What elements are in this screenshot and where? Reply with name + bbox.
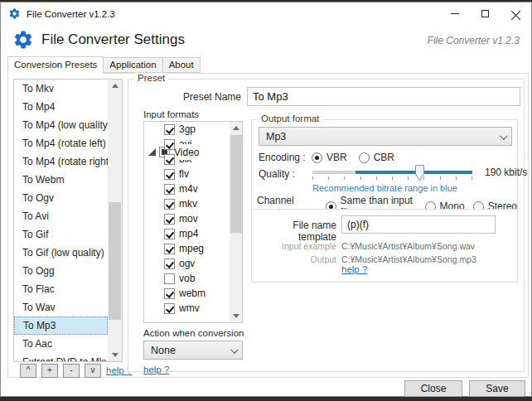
- file-name-template-box: File name template Input example C:¥Musi…: [251, 209, 518, 283]
- preset-item[interactable]: To Avi: [14, 207, 108, 225]
- action-dropdown[interactable]: None: [143, 341, 243, 360]
- scroll-up-icon[interactable]: [230, 122, 242, 134]
- format-name: flv: [179, 168, 189, 180]
- desktop-background: File Converter v1.2.3 File Converter Set…: [0, 0, 532, 401]
- checkbox-icon[interactable]: [164, 139, 175, 150]
- maximize-icon: [481, 10, 489, 17]
- checkbox-icon[interactable]: [164, 258, 175, 269]
- output-format-value: Mp3: [266, 131, 286, 143]
- preset-item[interactable]: To Mp4 (rotate left): [14, 134, 108, 152]
- radio-vbr[interactable]: VBR: [312, 152, 347, 163]
- preset-item[interactable]: To Ogg: [14, 262, 108, 280]
- checkbox-icon[interactable]: [164, 214, 175, 225]
- format-row[interactable]: wmv: [144, 301, 230, 316]
- close-button[interactable]: Close: [404, 380, 462, 397]
- format-row[interactable]: mov: [144, 211, 230, 226]
- title-bar[interactable]: File Converter v1.2.3: [1, 2, 531, 25]
- preset-item[interactable]: To Gif: [14, 225, 108, 244]
- save-button[interactable]: Save: [469, 380, 525, 397]
- slider-thumb[interactable]: [415, 165, 424, 181]
- checkbox-icon[interactable]: [164, 184, 175, 195]
- app-window: File Converter v1.2.3 File Converter Set…: [0, 2, 532, 397]
- preset-groupbox: Preset Preset Name Input formats Video 3…: [128, 79, 525, 372]
- preset-item[interactable]: To Mp4 (low quality): [14, 116, 108, 134]
- gear-icon: [12, 29, 34, 51]
- tab-about[interactable]: About: [163, 57, 201, 73]
- quality-slider[interactable]: [312, 167, 472, 183]
- tab-conversion-presets[interactable]: Conversion Presets: [7, 56, 104, 74]
- chevron-down-icon: [230, 345, 239, 354]
- quality-label: Quality :: [259, 168, 295, 180]
- checkbox-icon[interactable]: [164, 229, 175, 239]
- format-row[interactable]: flv: [144, 167, 230, 181]
- remove-preset-button[interactable]: -: [63, 364, 80, 378]
- checkbox-icon[interactable]: [164, 124, 175, 135]
- scrollbar-thumb[interactable]: [230, 135, 243, 233]
- checkbox-icon[interactable]: [164, 273, 175, 284]
- maximize-button[interactable]: [470, 2, 501, 25]
- output-format-groupbox: Output format Mp3 Encoding : VBR: [251, 119, 518, 210]
- move-down-button[interactable]: v: [85, 364, 101, 378]
- format-row[interactable]: webm: [144, 286, 230, 301]
- radio-label: CBR: [374, 152, 394, 163]
- move-up-button[interactable]: ^: [20, 364, 36, 378]
- checkbox-icon[interactable]: [164, 199, 175, 210]
- checkbox-icon[interactable]: [164, 244, 175, 254]
- preset-item[interactable]: To Gif (low quality): [14, 244, 108, 262]
- preset-list-toolbar: ^ + - v help ?: [20, 362, 132, 379]
- preset-item[interactable]: To Mp4 (rotate right): [14, 152, 108, 171]
- checkbox-icon[interactable]: [164, 154, 175, 165]
- preset-list: To Mkv To Mp4 To Mp4 (low quality) To Mp…: [13, 79, 123, 362]
- input-example-value: C:¥Music¥Artist¥Album¥Song.wav: [341, 241, 475, 251]
- close-window-button[interactable]: [501, 2, 531, 25]
- preset-item[interactable]: To Webm: [14, 171, 108, 189]
- preset-item[interactable]: To Wav: [14, 298, 108, 316]
- checkbox-icon[interactable]: [164, 169, 175, 180]
- tree-scrollbar[interactable]: [230, 122, 242, 322]
- formats-help-link[interactable]: help ?: [143, 365, 169, 374]
- radio-cbr[interactable]: CBR: [359, 152, 394, 163]
- format-name: mov: [179, 213, 198, 225]
- format-name: mpeg: [179, 243, 204, 254]
- scroll-down-icon[interactable]: [108, 349, 122, 361]
- format-row[interactable]: m4v: [144, 181, 230, 196]
- chevron-down-icon: [500, 132, 508, 140]
- preset-item[interactable]: To Flac: [14, 280, 108, 298]
- radio-label: VBR: [326, 152, 347, 163]
- expander-icon[interactable]: [148, 148, 156, 156]
- add-preset-button[interactable]: +: [41, 364, 58, 378]
- checkbox-icon[interactable]: [164, 288, 175, 299]
- template-help-link[interactable]: help ?: [341, 264, 367, 274]
- format-row[interactable]: mpeg: [144, 241, 230, 256]
- preset-list-scrollbar[interactable]: [108, 80, 122, 361]
- format-row[interactable]: ogv: [144, 256, 230, 271]
- input-example-label: Input example: [257, 241, 336, 251]
- preset-name-label: Preset Name: [128, 91, 241, 103]
- format-name: mkv: [179, 198, 197, 210]
- tab-strip: Conversion Presets Application About: [7, 56, 201, 73]
- preset-item[interactable]: Extract DVD to Mkv: [14, 353, 108, 361]
- output-format-dropdown[interactable]: Mp3: [259, 127, 512, 146]
- scroll-down-icon[interactable]: [230, 310, 242, 322]
- preset-item[interactable]: To Aac: [14, 335, 108, 353]
- format-row[interactable]: mp4: [144, 226, 230, 241]
- format-row[interactable]: vob: [144, 271, 230, 286]
- preset-item[interactable]: To Mkv: [14, 80, 108, 98]
- preset-item[interactable]: To Ogv: [14, 189, 108, 207]
- format-group-row[interactable]: Video: [144, 144, 230, 160]
- scroll-up-icon[interactable]: [108, 80, 122, 92]
- preset-item[interactable]: To Mp4: [14, 98, 108, 116]
- preset-name-input[interactable]: [247, 87, 520, 106]
- scrollbar-thumb[interactable]: [109, 202, 121, 320]
- tab-application[interactable]: Application: [104, 57, 162, 73]
- format-row[interactable]: 3gp: [144, 122, 230, 137]
- file-name-template-label: File name template: [257, 220, 336, 243]
- action-label: Action when conversion su: [143, 328, 244, 338]
- format-row[interactable]: mkv: [144, 196, 230, 211]
- file-name-template-input[interactable]: [341, 215, 496, 234]
- action-value: None: [151, 345, 176, 356]
- minimize-button[interactable]: [439, 2, 470, 25]
- slider-recommended-range: [355, 171, 472, 174]
- preset-item[interactable]: To Mp3: [14, 316, 108, 335]
- checkbox-icon[interactable]: [164, 303, 175, 314]
